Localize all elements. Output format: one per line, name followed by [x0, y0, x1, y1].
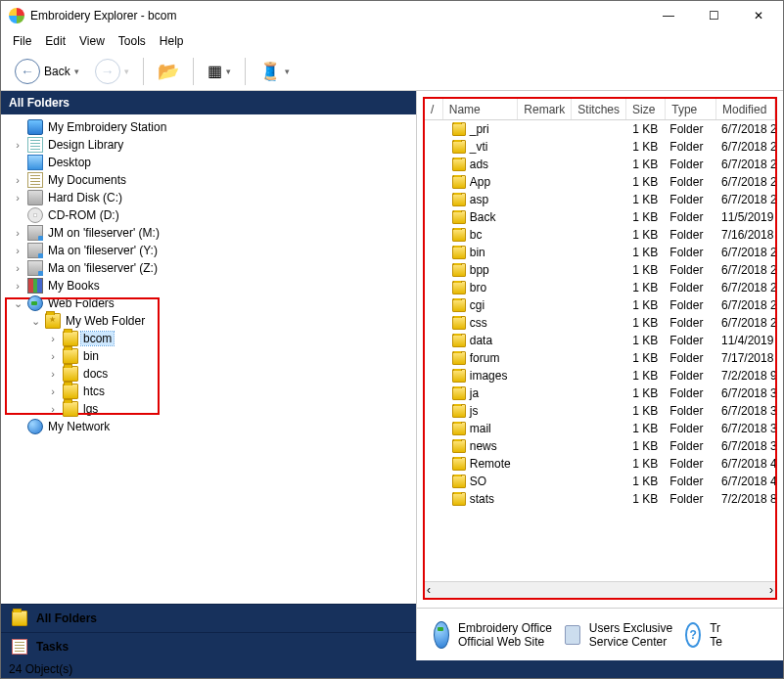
tree-item[interactable]: ›bin: [3, 347, 414, 365]
expand-icon[interactable]: ›: [11, 227, 24, 239]
cell: Folder: [664, 193, 715, 206]
maximize-button[interactable]: ☐: [691, 1, 736, 30]
forward-button[interactable]: → ▾: [89, 55, 135, 88]
table-row[interactable]: SO1 KBFolder6/7/2018 4: [425, 473, 775, 490]
footer-link[interactable]: Embroidery OfficeOfficial Web Site: [431, 621, 552, 649]
table-row[interactable]: stats1 KBFolder7/2/2018 8: [425, 490, 775, 508]
tree-item[interactable]: CD-ROM (D:): [3, 206, 414, 224]
lib-icon: [27, 137, 43, 153]
column-type[interactable]: Type: [666, 99, 716, 119]
scroll-right-icon[interactable]: ›: [769, 583, 773, 597]
minimize-button[interactable]: —: [646, 1, 691, 30]
view-mode-button[interactable]: ▦ ▾: [202, 58, 237, 84]
table-row[interactable]: images1 KBFolder7/2/2018 9: [425, 367, 775, 385]
expand-icon[interactable]: ›: [11, 174, 24, 186]
tree-item[interactable]: ⌄Web Folders: [3, 294, 414, 312]
menu-tools[interactable]: Tools: [113, 32, 152, 50]
tree-item[interactable]: ›docs: [3, 365, 414, 383]
link-line2: Official Web Site: [458, 635, 552, 649]
column-indic[interactable]: /: [425, 99, 443, 119]
tree-item[interactable]: ›htcs: [3, 383, 414, 400]
expand-icon[interactable]: ›: [11, 262, 24, 274]
footer-link[interactable]: ?TrTe: [682, 621, 722, 649]
cell: 1 KB: [624, 281, 665, 294]
table-row[interactable]: css1 KBFolder6/7/2018 2: [425, 314, 775, 332]
back-button[interactable]: ← Back ▾: [9, 55, 85, 88]
tree-item[interactable]: ›My Books: [3, 277, 414, 294]
column-mod[interactable]: Modified: [716, 99, 775, 119]
expand-icon[interactable]: ⌄: [28, 315, 42, 328]
expand-icon[interactable]: ›: [46, 368, 60, 380]
table-row[interactable]: cgi1 KBFolder6/7/2018 2: [425, 296, 775, 314]
cell: Folder: [664, 210, 715, 224]
expand-icon[interactable]: ⌄: [11, 297, 24, 310]
table-row[interactable]: mail1 KBFolder6/7/2018 3: [425, 420, 775, 437]
close-button[interactable]: ✕: [736, 1, 781, 30]
link-bar: Embroidery OfficeOfficial Web SiteUsers …: [417, 608, 783, 660]
expand-icon[interactable]: ›: [46, 403, 60, 415]
table-row[interactable]: ads1 KBFolder6/7/2018 2: [425, 156, 775, 173]
column-size[interactable]: Size: [626, 99, 666, 119]
table-row[interactable]: data1 KBFolder11/4/2019: [425, 332, 775, 349]
cell: 6/7/2018 3: [715, 422, 775, 435]
table-row[interactable]: bro1 KBFolder6/7/2018 2: [425, 279, 775, 296]
chevron-down-icon: ▾: [285, 67, 290, 76]
file-list[interactable]: /NameRemarkStitchesSizeTypeModified _pri…: [425, 99, 775, 598]
table-row[interactable]: _vti1 KBFolder6/7/2018 2: [425, 138, 775, 156]
table-row[interactable]: Back1 KBFolder11/5/2019: [425, 208, 775, 226]
cell: Folder: [664, 369, 715, 383]
tree-item[interactable]: ›My Documents: [3, 171, 414, 189]
tree-item[interactable]: ›Hard Disk (C:): [3, 189, 414, 206]
scroll-left-icon[interactable]: ‹: [427, 583, 431, 597]
tree-item[interactable]: ›Ma on 'fileserver' (Z:): [3, 259, 414, 277]
expand-icon[interactable]: ›: [11, 245, 24, 256]
table-row[interactable]: bpp1 KBFolder6/7/2018 2: [425, 261, 775, 279]
table-row[interactable]: ja1 KBFolder6/7/2018 3: [425, 385, 775, 402]
table-row[interactable]: Remote1 KBFolder6/7/2018 4: [425, 455, 775, 473]
horizontal-scrollbar[interactable]: ‹›: [425, 581, 775, 598]
column-remark[interactable]: Remark: [518, 99, 572, 119]
table-row[interactable]: _pri1 KBFolder6/7/2018 2: [425, 120, 775, 138]
footer-link[interactable]: Users ExclusiveService Center: [562, 621, 672, 649]
tree-item[interactable]: ›Ma on 'fileserver' (Y:): [3, 242, 414, 259]
table-row[interactable]: bc1 KBFolder7/16/2018: [425, 226, 775, 244]
tree-label: Design Library: [46, 138, 125, 152]
up-button[interactable]: 📂: [152, 57, 185, 86]
expand-icon[interactable]: ›: [46, 385, 60, 397]
expand-icon[interactable]: ›: [11, 139, 24, 151]
expand-icon[interactable]: ›: [11, 280, 24, 292]
tree-item[interactable]: My Network: [3, 418, 414, 435]
machine-button[interactable]: 🧵 ▾: [254, 57, 296, 86]
tree-item[interactable]: My Embroidery Station: [3, 118, 414, 136]
column-stitch[interactable]: Stitches: [572, 99, 626, 119]
tree-item[interactable]: ›lgs: [3, 400, 414, 418]
table-row[interactable]: asp1 KBFolder6/7/2018 2: [425, 191, 775, 208]
expand-icon[interactable]: ›: [46, 333, 60, 344]
expand-icon[interactable]: ›: [46, 350, 60, 362]
cell: Folder: [664, 175, 715, 189]
file-rows[interactable]: _pri1 KBFolder6/7/2018 2_vti1 KBFolder6/…: [425, 120, 775, 581]
menu-edit[interactable]: Edit: [39, 32, 71, 50]
tree-item[interactable]: ›bcom: [3, 330, 414, 347]
column-headers[interactable]: /NameRemarkStitchesSizeTypeModified: [425, 99, 775, 120]
folder-tree[interactable]: My Embroidery Station›Design LibraryDesk…: [1, 114, 416, 604]
menu-view[interactable]: View: [73, 32, 111, 50]
status-text: 24 Object(s): [9, 662, 72, 676]
tree-item[interactable]: Desktop: [3, 154, 414, 171]
menu-help[interactable]: Help: [154, 32, 190, 50]
accordion-tasks[interactable]: Tasks: [1, 632, 416, 660]
table-row[interactable]: App1 KBFolder6/7/2018 2: [425, 173, 775, 191]
tree-item[interactable]: ›Design Library: [3, 136, 414, 154]
accordion-all-folders[interactable]: All Folders: [1, 604, 416, 632]
column-name[interactable]: Name: [443, 99, 519, 119]
menu-file[interactable]: File: [7, 32, 37, 50]
expand-icon[interactable]: ›: [11, 192, 24, 204]
tree-item[interactable]: ⌄My Web Folder: [3, 312, 414, 330]
tree-item[interactable]: ›JM on 'fileserver' (M:): [3, 224, 414, 242]
table-row[interactable]: news1 KBFolder6/7/2018 3: [425, 437, 775, 455]
cell: 1 KB: [624, 492, 665, 506]
table-row[interactable]: bin1 KBFolder6/7/2018 2: [425, 244, 775, 261]
table-row[interactable]: js1 KBFolder6/7/2018 3: [425, 402, 775, 420]
tree-label: Ma on 'fileserver' (Z:): [46, 261, 160, 275]
table-row[interactable]: forum1 KBFolder7/17/2018: [425, 349, 775, 367]
